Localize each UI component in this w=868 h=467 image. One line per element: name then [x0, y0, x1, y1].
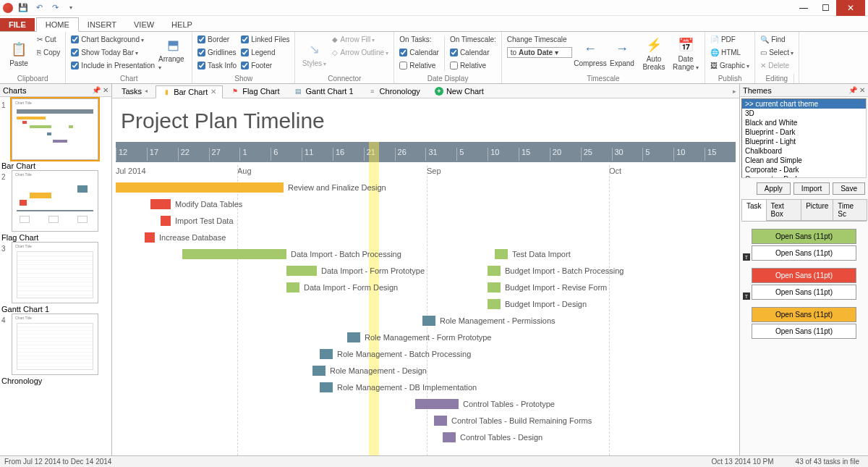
prop-tab-textbox[interactable]: Text Box — [766, 199, 802, 221]
arrow-outline-button[interactable]: ◇Arrow Outline — [331, 46, 389, 59]
theme-item[interactable]: Corporate - Dark — [742, 174, 866, 178]
chart-thumb[interactable]: 1Chart Title — [1, 98, 110, 160]
task-bar[interactable]: Data Import - Form Prototype — [286, 266, 425, 276]
tab-chronology[interactable]: ≡Chronology — [362, 85, 427, 98]
html-button[interactable]: 🌐HTML — [710, 46, 750, 59]
show-today-check[interactable]: Show Today Bar — [70, 46, 156, 59]
theme-item[interactable]: Black and White — [742, 118, 866, 127]
swatch-plain[interactable]: Open Sans (11pt) — [752, 245, 856, 261]
delete-button[interactable]: ✕Delete — [760, 59, 794, 72]
copy-button[interactable]: ⎘Copy — [36, 46, 61, 59]
graphic-button[interactable]: 🖼Graphic — [710, 59, 750, 72]
autobreaks-button[interactable]: ⚡Auto Breaks — [639, 33, 668, 74]
swatch-orange[interactable]: Open Sans (11pt) — [752, 307, 856, 322]
theme-item[interactable]: Corporate - Dark — [742, 165, 866, 174]
tab-bar-chart[interactable]: ▮Bar Chart✕ — [156, 85, 223, 98]
undo-icon[interactable]: ↶ — [33, 2, 45, 14]
theme-item[interactable]: Blueprint - Dark — [742, 127, 866, 137]
onts-rel-check[interactable]: Relative — [449, 59, 497, 72]
task-bar[interactable]: Role Management - DB Implementation — [320, 382, 477, 392]
pin-icon[interactable]: 📌 ✕ — [92, 86, 109, 94]
theme-list[interactable]: >> current chart theme3DBlack and WhiteB… — [741, 98, 867, 178]
linked-check[interactable]: Linked Files — [240, 33, 290, 46]
task-bar[interactable]: Control Tables - Build Remaining Forms — [434, 416, 592, 426]
theme-item[interactable]: Clean and Simple — [742, 156, 866, 165]
tab-view[interactable]: VIEW — [125, 18, 163, 31]
theme-item[interactable]: 3D — [742, 109, 866, 118]
save-icon[interactable]: 💾 — [17, 2, 29, 14]
swatch-red[interactable]: Open Sans (11pt) — [752, 268, 856, 283]
compress-button[interactable]: ←Compress — [576, 33, 605, 74]
task-bar[interactable]: Budget Import - Revise Form — [488, 282, 607, 293]
theme-item[interactable]: Blueprint - Light — [742, 137, 866, 146]
task-bar[interactable]: Data Import - Form Design — [286, 282, 398, 293]
task-bar[interactable]: Import Test Data — [161, 216, 234, 226]
tab-home[interactable]: HOME — [36, 17, 79, 32]
task-bar[interactable]: Control Tables - Design — [443, 432, 542, 442]
tab-new-chart[interactable]: +New Chart — [428, 85, 490, 98]
timescale-select[interactable]: to Auto Date ▾ — [507, 47, 572, 58]
tab-flag-chart[interactable]: ⚑Flag Chart — [224, 85, 286, 98]
daterange-button[interactable]: 📅Date Range — [671, 33, 700, 74]
minimize-button[interactable]: — — [793, 0, 814, 16]
cut-button[interactable]: ✂Cut — [36, 33, 61, 46]
chart-thumb[interactable]: 2Chart Title — [1, 170, 110, 232]
theme-item[interactable]: >> current chart theme — [742, 99, 866, 109]
task-bar[interactable]: Role Management - Form Prototype — [347, 332, 491, 342]
task-bar[interactable]: Role Management - Design — [312, 366, 427, 376]
select-button[interactable]: ▭Select — [760, 46, 794, 59]
swatch-plain[interactable]: Open Sans (11pt) — [752, 285, 856, 300]
ontasks-rel-check[interactable]: Relative — [399, 59, 440, 72]
footer-check[interactable]: Footer — [240, 59, 290, 72]
task-bar[interactable]: Budget Import - Design — [488, 299, 587, 309]
legend-check[interactable]: Legend — [240, 46, 290, 59]
chart-thumb[interactable]: 3Chart Title — [1, 242, 110, 303]
paste-button[interactable]: 📋 Paste — [4, 33, 33, 74]
border-check[interactable]: Border — [197, 33, 237, 46]
styles-button[interactable]: ↘ Styles — [299, 33, 328, 74]
chart-canvas[interactable]: Project Plan Timeline 121722271611162126… — [112, 98, 739, 455]
close-button[interactable]: ✕ — [836, 0, 865, 16]
taskinfo-check[interactable]: Task Info — [197, 59, 237, 72]
close-tab-icon[interactable]: ✕ — [210, 88, 216, 96]
onts-cal-check[interactable]: Calendar — [449, 46, 497, 59]
task-bar[interactable]: Modify Data Tables — [150, 199, 242, 209]
task-bar[interactable]: Role Management - Permissions — [422, 316, 556, 326]
tab-tasks[interactable]: Tasks◂ — [115, 85, 154, 98]
arrow-fill-button[interactable]: ◆Arrow Fill — [331, 33, 389, 46]
task-bar[interactable]: Review and Finalize Design — [116, 182, 386, 193]
task-bar[interactable]: Role Management - Batch Processing — [320, 349, 471, 359]
expand-button[interactable]: →Expand — [608, 33, 637, 74]
task-bar[interactable]: Data Import - Batch Processing — [182, 249, 401, 259]
apply-button[interactable]: Apply — [757, 182, 791, 195]
task-bar[interactable]: Control Tables - Prototype — [415, 399, 555, 409]
chart-thumb[interactable]: 4Chart Title — [1, 314, 110, 375]
pdf-button[interactable]: 📄PDF — [710, 33, 750, 46]
import-button[interactable]: Import — [793, 182, 830, 195]
swatch-plain[interactable]: Open Sans (11pt) — [752, 324, 856, 339]
find-button[interactable]: 🔍Find — [760, 33, 794, 46]
prop-tab-timesc[interactable]: Time Sc — [833, 199, 867, 221]
save-button[interactable]: Save — [833, 182, 865, 195]
theme-item[interactable]: Chalkboard — [742, 146, 866, 156]
prop-tab-task[interactable]: Task — [741, 199, 767, 221]
redo-icon[interactable]: ↷ — [49, 2, 61, 14]
ontasks-cal-check[interactable]: Calendar — [399, 46, 440, 59]
tab-gantt-chart[interactable]: ▤Gantt Chart 1 — [288, 85, 360, 98]
task-bar[interactable]: Increase Database — [145, 232, 226, 243]
include-pres-check[interactable]: Include in Presentation — [70, 59, 156, 72]
prop-tab-picture[interactable]: Picture — [801, 199, 833, 221]
tab-help[interactable]: HELP — [163, 18, 201, 31]
task-bar[interactable]: Test Data Import — [495, 249, 571, 259]
task-bar[interactable]: Budget Import - Batch Processing — [488, 266, 624, 276]
swatch-green[interactable]: Open Sans (11pt) — [752, 229, 856, 244]
maximize-button[interactable]: ☐ — [814, 0, 836, 16]
chart-bg-check[interactable]: Chart Background — [70, 33, 156, 46]
arrange-button[interactable]: ⬒ Arrange — [158, 33, 187, 74]
pin-icon[interactable]: 📌 ✕ — [848, 86, 865, 94]
tab-file[interactable]: FILE — [0, 18, 35, 31]
tab-insert[interactable]: INSERT — [79, 18, 125, 31]
qat-dropdown-icon[interactable]: ▾ — [65, 2, 77, 14]
tab-overflow-icon[interactable]: ▸ — [733, 88, 736, 95]
grid-check[interactable]: Gridlines — [197, 46, 237, 59]
